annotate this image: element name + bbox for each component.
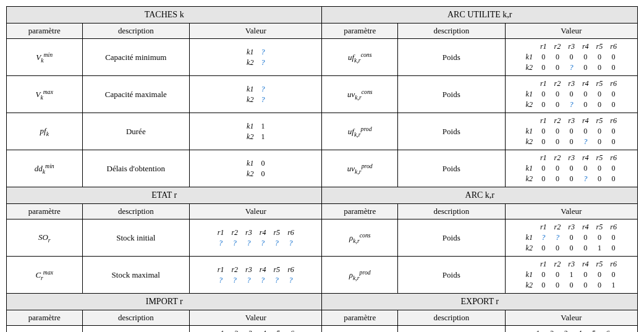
param-rho-cons: ρk,rcons — [322, 219, 398, 257]
val-pf: k11 k21 — [190, 113, 322, 150]
val-exp-max: r1r2r3r4r5r6 000?00 — [505, 326, 637, 333]
desc-poids: Poids — [398, 150, 506, 187]
section-export: EXPORT r — [322, 294, 638, 310]
param-uv-cons: uvk,rcons — [322, 76, 398, 113]
desc-poids: Poids — [398, 39, 506, 76]
param-exp-max: Exprmax — [322, 326, 398, 333]
col-param: paramètre — [7, 204, 83, 219]
desc-poids: Poids — [398, 113, 506, 150]
section-etat: ETAT r — [7, 187, 322, 204]
val-dd-min: k10 k20 — [190, 150, 322, 187]
desc-exp-max: Export maximal — [398, 326, 506, 333]
desc-cap-min: Capacité minimum — [82, 39, 190, 76]
param-pf: pfk — [7, 113, 83, 150]
col-param: paramètre — [322, 310, 398, 326]
section-import: IMPORT r — [7, 294, 322, 310]
param-so: SOr — [7, 219, 83, 257]
param-dd-min: ddkmin — [7, 150, 83, 187]
desc-poids: Poids — [398, 76, 506, 113]
col-param: paramètre — [7, 310, 83, 326]
col-desc: description — [82, 204, 190, 219]
desc-stock-max: Stock maximal — [82, 257, 190, 294]
col-val: Valeur — [190, 204, 322, 219]
desc-imp-max: Import maximal — [82, 326, 190, 333]
col-val: Valeur — [505, 310, 637, 326]
desc-duree: Durée — [82, 113, 190, 150]
param-uf-cons: ufk,rcons — [322, 39, 398, 76]
col-desc: description — [398, 310, 506, 326]
section-arc-util: ARC UTILITE k,r — [322, 7, 638, 23]
param-c-max: Crmax — [7, 257, 83, 294]
col-param: paramètre — [322, 204, 398, 219]
desc-poids: Poids — [398, 219, 506, 257]
param-uv-prod: uvk,rprod — [322, 150, 398, 187]
col-desc: description — [398, 23, 506, 39]
col-desc: description — [82, 23, 190, 39]
val-uf-prod: r1r2r3r4r5r6 k1000000 k2000?00 — [505, 113, 637, 150]
val-uv-prod: r1r2r3r4r5r6 k1000000 k2000?00 — [505, 150, 637, 187]
col-param: paramètre — [7, 23, 83, 39]
param-v-max: Vkmax — [7, 76, 83, 113]
desc-delais: Délais d'obtention — [82, 150, 190, 187]
col-val: Valeur — [505, 23, 637, 39]
val-v-min: k1? k2? — [190, 39, 322, 76]
desc-cap-max: Capacité maximale — [82, 76, 190, 113]
param-uf-prod: ufk,rprod — [322, 113, 398, 150]
col-val: Valeur — [190, 310, 322, 326]
val-c-max: r1r2r3r4r5r6 ?????? — [190, 257, 322, 294]
desc-stock-init: Stock initial — [82, 219, 190, 257]
col-desc: description — [82, 310, 190, 326]
param-v-min: Vkmin — [7, 39, 83, 76]
param-rho-prod: ρk,rprod — [322, 257, 398, 294]
section-taches: TACHES k — [7, 7, 322, 23]
val-so: r1r2r3r4r5r6 ?????? — [190, 219, 322, 257]
val-rho-cons: r1r2r3r4r5r6 k1??0000 k2000010 — [505, 219, 637, 257]
desc-poids: Poids — [398, 257, 506, 294]
section-arc-kr: ARC k,r — [322, 187, 638, 204]
param-imp-max: Imprmax — [7, 326, 83, 333]
val-uf-cons: r1r2r3r4r5r6 k1000000 k200?000 — [505, 39, 637, 76]
col-param: paramètre — [322, 23, 398, 39]
val-uv-cons: r1r2r3r4r5r6 k1000000 k200?000 — [505, 76, 637, 113]
col-val: Valeur — [505, 204, 637, 219]
val-rho-prod: r1r2r3r4r5r6 k1001000 k2000001 — [505, 257, 637, 294]
val-imp-max: r1r2r3r4r5r6 ??00?0 — [190, 326, 322, 333]
parameter-table: TACHES k ARC UTILITE k,r paramètre descr… — [6, 6, 638, 332]
col-desc: description — [398, 204, 506, 219]
val-v-max: k1? k2? — [190, 76, 322, 113]
col-val: Valeur — [190, 23, 322, 39]
